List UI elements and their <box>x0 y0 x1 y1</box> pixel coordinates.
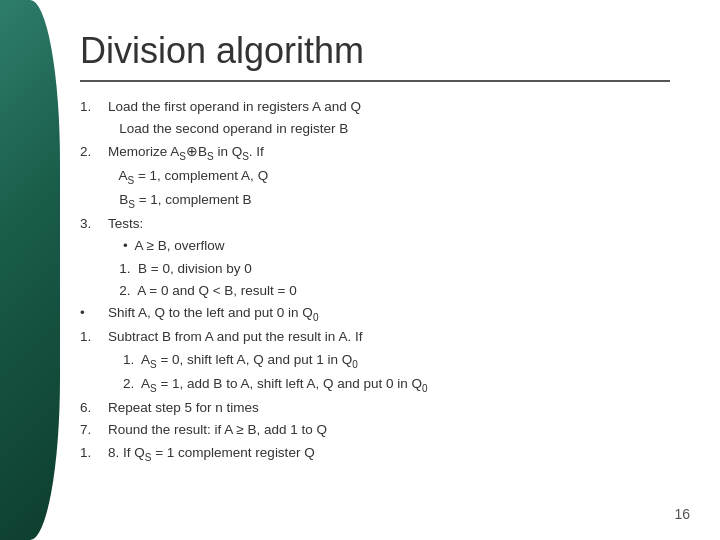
list-item: 8. If QS = 1 complement register Q <box>108 442 428 466</box>
list-item: Round the result: if A ≥ B, add 1 to Q <box>108 419 428 441</box>
list-num <box>80 258 108 280</box>
table-row: 1. B = 0, division by 0 <box>80 258 428 280</box>
content-table: 1. Load the first operand in registers A… <box>80 96 428 466</box>
list-num <box>80 373 108 397</box>
list-item: Tests: <box>108 213 428 235</box>
list-num <box>80 165 108 189</box>
list-num <box>80 235 108 257</box>
slide-container: Division algorithm 1. Load the first ope… <box>0 0 720 540</box>
table-row: BS = 1, complement B <box>80 189 428 213</box>
slide-title: Division algorithm <box>80 30 670 72</box>
list-item: Shift A, Q to the left and put 0 in Q0 <box>108 302 428 326</box>
table-row: • A ≥ B, overflow <box>80 235 428 257</box>
table-row: 7. Round the result: if A ≥ B, add 1 to … <box>80 419 428 441</box>
page-number: 16 <box>674 506 690 522</box>
list-item: AS = 1, complement A, Q <box>108 165 428 189</box>
table-row: AS = 1, complement A, Q <box>80 165 428 189</box>
list-item: 2. AS = 1, add B to A, shift left A, Q a… <box>108 373 428 397</box>
title-underline <box>80 80 670 82</box>
table-row: 1. 8. If QS = 1 complement register Q <box>80 442 428 466</box>
list-item: 1. B = 0, division by 0 <box>108 258 428 280</box>
list-item: Subtract B from A and put the result in … <box>108 326 428 348</box>
list-item: 2. A = 0 and Q < B, result = 0 <box>108 280 428 302</box>
list-item: Load the first operand in registers A an… <box>108 96 428 118</box>
table-row: 1. Subtract B from A and put the result … <box>80 326 428 348</box>
list-num <box>80 280 108 302</box>
list-num <box>80 118 108 140</box>
list-num: 1. <box>80 326 108 348</box>
table-row: 1. Load the first operand in registers A… <box>80 96 428 118</box>
list-item: Load the second operand in register B <box>108 118 428 140</box>
list-num: • <box>80 302 108 326</box>
table-row: 2. A = 0 and Q < B, result = 0 <box>80 280 428 302</box>
list-item: Repeat step 5 for n times <box>108 397 428 419</box>
list-num <box>80 189 108 213</box>
list-num: 2. <box>80 141 108 165</box>
table-row: 2. Memorize AS⊕BS in QS. If <box>80 141 428 165</box>
table-row: 6. Repeat step 5 for n times <box>80 397 428 419</box>
table-row: Load the second operand in register B <box>80 118 428 140</box>
left-accent-decoration <box>0 0 60 540</box>
table-row: • Shift A, Q to the left and put 0 in Q0 <box>80 302 428 326</box>
list-item: 1. AS = 0, shift left A, Q and put 1 in … <box>108 349 428 373</box>
list-item: BS = 1, complement B <box>108 189 428 213</box>
list-num: 1. <box>80 442 108 466</box>
list-item: Memorize AS⊕BS in QS. If <box>108 141 428 165</box>
list-num <box>80 349 108 373</box>
table-row: 2. AS = 1, add B to A, shift left A, Q a… <box>80 373 428 397</box>
list-item: • A ≥ B, overflow <box>108 235 428 257</box>
list-num: 6. <box>80 397 108 419</box>
slide-content: 1. Load the first operand in registers A… <box>80 96 670 466</box>
list-num: 3. <box>80 213 108 235</box>
list-num: 7. <box>80 419 108 441</box>
table-row: 1. AS = 0, shift left A, Q and put 1 in … <box>80 349 428 373</box>
title-section: Division algorithm <box>80 30 670 82</box>
table-row: 3. Tests: <box>80 213 428 235</box>
list-num: 1. <box>80 96 108 118</box>
